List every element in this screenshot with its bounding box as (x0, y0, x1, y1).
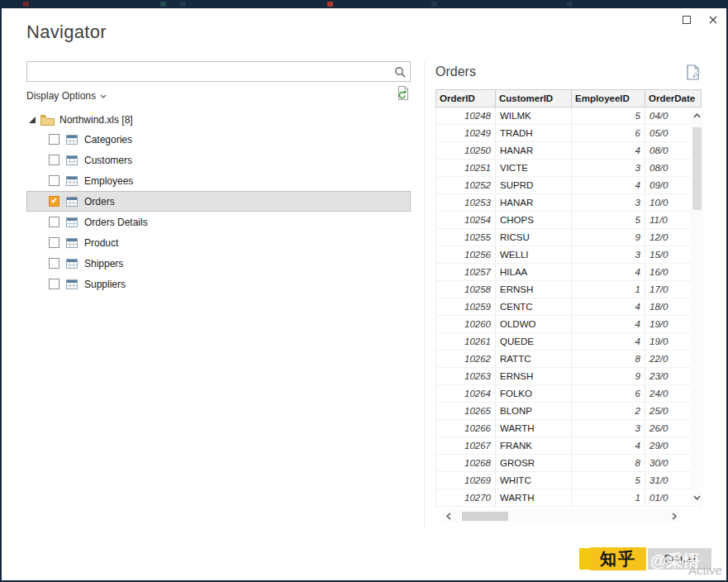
search-input[interactable] (31, 63, 388, 80)
unchecked-checkbox[interactable] (49, 175, 59, 186)
column-header-orderdate[interactable]: OrderDate (645, 89, 702, 107)
cell-orderid: 10267 (436, 437, 496, 454)
horizontal-scrollbar[interactable] (442, 510, 681, 522)
cell-orderid: 10265 (436, 403, 496, 419)
restore-icon (683, 16, 691, 24)
table-icon (66, 259, 78, 269)
cell-employeeid: 6 (572, 125, 645, 141)
scroll-down-icon[interactable] (693, 495, 701, 500)
column-header-employeeid[interactable]: EmployeeID (572, 89, 645, 107)
search-icon[interactable] (394, 66, 406, 81)
table-row: 10258ERNSH117/0 (436, 281, 701, 298)
tree-item-suppliers[interactable]: Suppliers (26, 274, 411, 294)
tree-root-label: Northwind.xls [8] (59, 114, 133, 126)
table-row: 10265BLONP225/0 (436, 403, 701, 420)
cell-employeeid: 2 (572, 403, 645, 419)
table-icon (66, 279, 78, 289)
tree-item-shippers[interactable]: Shippers (26, 253, 411, 274)
tree-item-employees[interactable]: Employees (26, 170, 411, 191)
cell-orderid: 10256 (436, 246, 496, 263)
cell-orderid: 10254 (436, 212, 496, 228)
table-row: 10261QUEDE419/0 (436, 333, 701, 351)
table-row: 10255RICSU912/0 (436, 229, 701, 246)
table-row: 10253HANAR310/0 (436, 194, 701, 212)
cell-employeeid: 3 (572, 246, 645, 263)
tree-item-label: Employees (84, 175, 133, 187)
checked-checkbox[interactable]: ✔ (49, 196, 59, 207)
cell-customerid: WELLI (496, 246, 572, 263)
cell-orderid: 10268 (436, 455, 496, 471)
cell-employeeid: 3 (572, 420, 645, 436)
vertical-scrollbar[interactable] (691, 109, 703, 504)
horizontal-scroll-thumb[interactable] (462, 512, 508, 521)
cell-customerid: FOLKO (496, 385, 572, 402)
cell-customerid: CHOPS (496, 212, 572, 228)
scroll-right-icon[interactable] (672, 513, 677, 520)
table-row: 10257HILAA416/0 (436, 264, 701, 281)
navigator-dialog: Navigator Display Options (2, 8, 726, 580)
cell-orderid: 10261 (436, 333, 496, 350)
tree-root-northwind[interactable]: Northwind.xls [8] (26, 111, 411, 129)
cell-employeeid: 6 (572, 385, 645, 402)
cell-customerid: GROSR (496, 455, 572, 471)
cell-employeeid: 5 (572, 212, 645, 228)
unchecked-checkbox[interactable] (49, 279, 59, 289)
tree-item-product[interactable]: Product (26, 232, 411, 253)
scroll-up-icon[interactable] (693, 113, 701, 118)
tree-item-orders-details[interactable]: Orders Details (26, 212, 411, 232)
cell-customerid: VICTE (496, 160, 572, 176)
cell-orderid: 10251 (436, 160, 496, 176)
unchecked-checkbox[interactable] (49, 237, 59, 248)
tree-item-label: Shippers (84, 258, 123, 270)
cell-employeeid: 5 (572, 107, 645, 124)
cell-customerid: BLONP (496, 403, 572, 419)
cell-employeeid: 4 (572, 333, 645, 350)
tree-item-orders[interactable]: ✔Orders (26, 191, 411, 212)
tree-item-customers[interactable]: Customers (26, 150, 411, 170)
activate-windows-text: Active (688, 563, 722, 577)
table-row: 10270WARTH101/0 (436, 489, 701, 507)
tree-item-list: CategoriesCustomersEmployees✔OrdersOrder… (26, 129, 411, 294)
restore-window-button[interactable] (678, 12, 695, 28)
display-options-label: Display Options (26, 90, 96, 102)
titlebar-glyph (327, 2, 333, 7)
refresh-icon[interactable] (396, 86, 410, 103)
unchecked-checkbox[interactable] (49, 217, 59, 227)
scroll-left-icon[interactable] (446, 513, 451, 520)
cell-orderid: 10248 (436, 107, 496, 124)
cell-customerid: WHITC (496, 472, 572, 489)
vertical-scroll-thumb[interactable] (692, 127, 702, 210)
cell-employeeid: 1 (572, 281, 645, 298)
titlebar-glyph (160, 2, 166, 7)
tree-item-label: Orders (84, 196, 115, 208)
column-header-customerid[interactable]: CustomerID (496, 89, 572, 107)
cell-employeeid: 4 (572, 437, 645, 454)
cell-orderid: 10250 (436, 142, 496, 159)
cell-employeeid: 4 (572, 298, 645, 315)
tree-item-label: Suppliers (84, 279, 126, 290)
close-window-button[interactable] (705, 12, 721, 28)
cell-employeeid: 4 (572, 316, 645, 332)
expand-triangle-icon[interactable] (29, 117, 36, 123)
table-row: 10249TRADH605/0 (436, 125, 701, 142)
cell-customerid: RICSU (496, 229, 572, 246)
options-row: Display Options (26, 88, 411, 103)
unchecked-checkbox[interactable] (49, 258, 59, 269)
table-row: 10266WARTH326/0 (436, 420, 701, 437)
table-row: 10267FRANK429/0 (436, 437, 701, 455)
column-header-orderid[interactable]: OrderID (436, 89, 496, 107)
unchecked-checkbox[interactable] (49, 134, 59, 145)
cell-employeeid: 4 (572, 142, 645, 159)
cell-employeeid: 4 (572, 264, 645, 280)
cell-customerid: HANAR (496, 194, 572, 211)
cell-employeeid: 3 (572, 194, 645, 211)
display-options-dropdown[interactable]: Display Options (26, 90, 107, 102)
cell-customerid: ERNSH (496, 281, 572, 298)
table-icon (66, 155, 78, 165)
preview-title: Orders (435, 64, 701, 79)
unchecked-checkbox[interactable] (49, 155, 59, 165)
chevron-down-icon (100, 94, 107, 98)
preview-document-icon[interactable] (687, 64, 701, 83)
cell-orderid: 10266 (436, 420, 496, 436)
tree-item-categories[interactable]: Categories (26, 129, 411, 150)
